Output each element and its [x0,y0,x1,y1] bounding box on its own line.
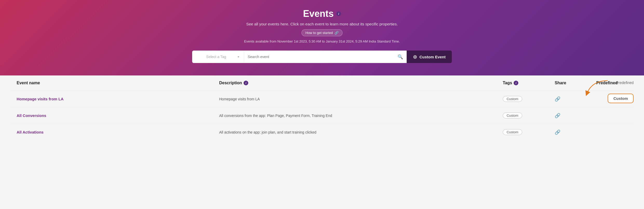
event-desc-1: All conversions from the app: Plan Page,… [219,114,503,118]
tag-badge-1[interactable]: Custom [503,113,522,119]
col-event-name: Event name [17,81,219,85]
event-desc-0: Homepage visits from LA [219,97,503,101]
event-name-1[interactable]: All Conversions [17,113,219,118]
title-text: Events [303,8,334,19]
main-content: Predefined Custom Event name Description… [0,75,644,151]
tag-badge-2[interactable]: Custom [503,129,522,135]
table-row: Homepage visits from LA Homepage visits … [10,91,634,107]
description-info-icon[interactable]: i [244,81,248,85]
external-link-icon: 🔗 [334,31,339,35]
share-col-2: 🔗 [555,129,596,135]
share-icon-1[interactable]: 🔗 [555,113,560,118]
search-icon: 🔍 [398,54,403,60]
table-header: Event name Description i Tags i Share Pr… [10,75,634,91]
share-icon-2[interactable]: 🔗 [555,130,560,135]
page-title: Events i [5,8,639,19]
share-icon-0[interactable]: 🔗 [555,96,560,102]
col-share-label: Share [555,81,566,85]
annotation-arrow [582,78,613,99]
table-row: All Activations All activations on the a… [10,124,634,140]
how-to-label: How to get started [305,31,333,35]
tag-badge-0[interactable]: Custom [503,96,522,102]
plus-icon: ⊕ [413,54,417,60]
how-to-button[interactable]: How to get started 🔗 [301,29,343,36]
search-input[interactable] [248,55,398,59]
col-tags: Tags i [503,81,555,85]
events-table: Event name Description i Tags i Share Pr… [10,75,634,140]
search-input-wrap: 🔍 [244,51,407,63]
event-tag-2: Custom [503,129,555,135]
annotation-wrap: Predefined Custom [608,81,634,103]
table-row: All Conversions All conversions from the… [10,107,634,124]
title-info-icon[interactable]: i [336,11,341,16]
col-tags-label: Tags [503,81,512,85]
custom-event-button[interactable]: ⊕ Custom Event [407,51,452,63]
col-description-label: Description [219,81,242,85]
header-subtitle: See all your events here. Click on each … [5,22,639,26]
tags-info-icon[interactable]: i [514,81,518,85]
event-desc-2: All activations on the app: join plan, a… [219,130,503,134]
event-name-0[interactable]: Homepage visits from LA [17,97,219,101]
event-tag-1: Custom [503,113,555,119]
date-range-text: Events available from November 1st 2023,… [5,39,639,43]
col-description: Description i [219,81,503,85]
event-tag-0: Custom [503,96,555,102]
tag-select-placeholder: Select a Tag [197,55,236,59]
custom-event-label: Custom Event [419,55,446,59]
search-area: Select a Tag ▾ 🔍 ⊕ Custom Event [192,51,452,63]
annotation-custom-label: Custom [613,96,628,101]
col-event-name-label: Event name [17,81,40,85]
chevron-down-icon: ▾ [238,55,239,59]
page-header: Events i See all your events here. Click… [0,0,644,75]
tag-select-dropdown[interactable]: Select a Tag ▾ [192,51,244,63]
event-name-2[interactable]: All Activations [17,130,219,134]
share-col-1: 🔗 [555,113,596,119]
